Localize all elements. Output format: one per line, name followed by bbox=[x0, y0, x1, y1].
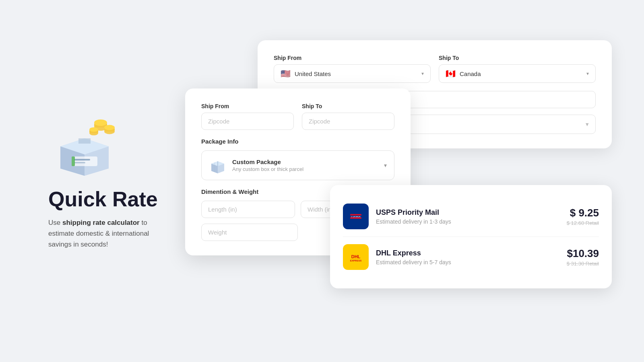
hero-section: Quick Rate Use shipping rate calculator … bbox=[24, 96, 185, 266]
dhl-carrier-info: DHL Express Estimated delivery in 5-7 da… bbox=[376, 249, 559, 265]
hero-description: Use shipping rate calculator to estimate… bbox=[48, 217, 161, 250]
usps-carrier-name: USPS Priority Mail bbox=[376, 208, 559, 217]
package-chevron-icon: ▾ bbox=[384, 162, 387, 169]
svg-rect-14 bbox=[74, 162, 85, 163]
package-icon bbox=[209, 156, 227, 174]
package-selector[interactable]: Custom Package Any custom box or thick p… bbox=[201, 150, 394, 180]
front-zipcode-from-input[interactable] bbox=[201, 113, 294, 130]
svg-text:DHL: DHL bbox=[351, 254, 361, 259]
length-input[interactable] bbox=[201, 201, 295, 218]
us-flag-icon: 🇺🇸 bbox=[281, 70, 291, 78]
hero-title: Quick Rate bbox=[48, 188, 161, 211]
cards-area: Ship From 🇺🇸 United States ▾ Ship To 🇨🇦 … bbox=[185, 16, 620, 346]
hero-desc-bold: shipping rate calculator bbox=[62, 219, 140, 226]
ship-to-chevron-icon: ▾ bbox=[586, 71, 589, 76]
package-title: Custom Package bbox=[232, 158, 303, 165]
page-wrapper: Quick Rate Use shipping rate calculator … bbox=[24, 16, 620, 346]
usps-carrier-info: USPS Priority Mail Estimated delivery in… bbox=[376, 208, 559, 225]
results-card: USPS USPS Priority Mail Estimated delive… bbox=[330, 185, 612, 288]
svg-point-2 bbox=[94, 119, 107, 126]
front-zipcode-to-input[interactable] bbox=[302, 113, 394, 130]
ship-from-chevron-icon: ▾ bbox=[421, 71, 424, 76]
dhl-price-retail: $ 31.30 Retail bbox=[567, 261, 599, 267]
svg-rect-24 bbox=[350, 214, 361, 216]
svg-point-8 bbox=[89, 127, 98, 132]
svg-rect-12 bbox=[72, 156, 97, 166]
svg-point-5 bbox=[104, 125, 115, 130]
svg-rect-25 bbox=[350, 217, 361, 219]
front-ship-to-label: Ship To bbox=[302, 103, 394, 109]
package-info-label: Package Info bbox=[201, 138, 394, 145]
hero-desc-prefix: Use bbox=[48, 219, 62, 226]
ship-from-field-group: Ship From 🇺🇸 United States ▾ bbox=[274, 55, 431, 83]
front-ship-from-group: Ship From bbox=[201, 103, 294, 130]
box-illustration bbox=[48, 112, 121, 177]
svg-rect-13 bbox=[74, 159, 90, 160]
ship-from-label: Ship From bbox=[274, 55, 431, 61]
rate-item-dhl: DHL EXPRESS DHL Express Estimated delive… bbox=[343, 237, 599, 277]
dhl-price-main: $10.39 bbox=[567, 247, 599, 260]
usps-logo: USPS bbox=[343, 204, 369, 229]
rate-item-usps: USPS USPS Priority Mail Estimated delive… bbox=[343, 196, 599, 237]
ship-to-country-select[interactable]: 🇨🇦 Canada ▾ bbox=[439, 64, 596, 83]
ship-from-country-value: United States bbox=[295, 70, 331, 77]
package-subtitle: Any custom box or thick parcel bbox=[232, 166, 303, 172]
ship-to-label: Ship To bbox=[439, 55, 596, 61]
usps-carrier-eta: Estimated delivery in 1-3 days bbox=[376, 218, 559, 225]
front-ship-to-group: Ship To bbox=[302, 103, 394, 130]
ship-to-field-group: Ship To 🇨🇦 Canada ▾ bbox=[439, 55, 596, 83]
svg-marker-16 bbox=[78, 138, 91, 144]
usps-logo-svg: USPS bbox=[348, 208, 364, 224]
weight-input[interactable] bbox=[201, 224, 298, 241]
dhl-logo: DHL EXPRESS bbox=[343, 244, 369, 270]
package-info: Custom Package Any custom box or thick p… bbox=[232, 158, 303, 172]
ship-to-country-value: Canada bbox=[460, 70, 481, 77]
dhl-logo-svg: DHL EXPRESS bbox=[348, 249, 364, 265]
usps-price-main: $ 9.25 bbox=[567, 207, 599, 219]
dhl-price-area: $10.39 $ 31.30 Retail bbox=[567, 247, 599, 267]
ship-from-country-select[interactable]: 🇺🇸 United States ▾ bbox=[274, 64, 431, 83]
ca-flag-icon: 🇨🇦 bbox=[446, 70, 456, 78]
svg-rect-15 bbox=[72, 156, 75, 166]
svg-text:EXPRESS: EXPRESS bbox=[350, 259, 361, 262]
state-chevron-icon: ▾ bbox=[586, 121, 589, 128]
dhl-carrier-eta: Estimated delivery in 5-7 days bbox=[376, 259, 559, 265]
usps-price-retail: $ 12.60 Retail bbox=[567, 220, 599, 226]
dhl-carrier-name: DHL Express bbox=[376, 249, 559, 257]
usps-price-area: $ 9.25 $ 12.60 Retail bbox=[567, 207, 599, 226]
front-ship-from-label: Ship From bbox=[201, 103, 294, 109]
